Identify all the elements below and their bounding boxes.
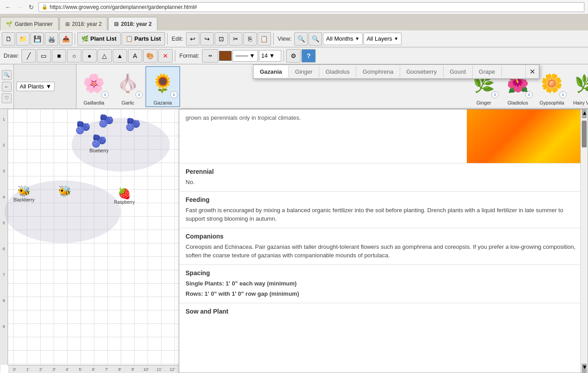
reload-button[interactable]: ↻ — [27, 3, 36, 12]
import-button[interactable]: 📤 — [59, 32, 72, 46]
ruler-x-0: 0' — [8, 367, 21, 372]
help-button[interactable]: ? — [301, 49, 316, 63]
gazania-tab-gladiolus[interactable]: Gladiolus — [319, 66, 356, 78]
gazania-close-button[interactable]: ✕ — [525, 65, 539, 78]
zoom-out-button[interactable]: 🔍 — [309, 32, 322, 46]
blueberry-emoji-3: 🫐 — [125, 117, 141, 132]
info-badge-gazania[interactable]: i — [170, 91, 178, 98]
raspberry-label: Raspberry — [114, 200, 135, 205]
spacing-rows: Rows: 1' 0" with 1' 0" row gap (minimum) — [186, 289, 581, 298]
draw-delete-button[interactable]: ✕ — [158, 49, 173, 63]
line-style-dropdown[interactable]: ─── ▼ — [233, 50, 258, 62]
draw-text-button[interactable]: A — [128, 49, 142, 63]
canvas-blackberry-1[interactable]: 🐝 Blackberry — [13, 185, 34, 202]
separator-3 — [273, 33, 274, 45]
select-button[interactable]: ⊡ — [215, 32, 228, 46]
print-button[interactable]: 🖨️ — [45, 32, 58, 46]
info-image — [467, 109, 588, 163]
format-size-button[interactable]: ⇔ — [202, 49, 218, 63]
plant-item-hairy-vetch[interactable]: 🌿 i Hairy Vetch — [569, 67, 588, 106]
all-months-label: All Months — [326, 35, 353, 42]
draw-paint-button[interactable]: 🎨 — [143, 49, 157, 63]
settings-button[interactable]: ⚙ — [286, 49, 300, 63]
redo-button[interactable]: ↪ — [200, 32, 214, 46]
draw-ellipse-button[interactable]: ○ — [67, 49, 81, 63]
gazania-tab-grape[interactable]: Grape — [473, 66, 502, 78]
filter-arrow: ▼ — [46, 83, 51, 90]
plant-filter-dropdown[interactable]: All Plants ▼ — [17, 82, 55, 91]
draw-rect-button[interactable]: ▭ — [37, 49, 51, 63]
plant-item-gazania[interactable]: 🌻 i Gazania — [145, 66, 180, 107]
canvas-raspberry[interactable]: 🍓 Raspberry — [114, 187, 135, 205]
new-button[interactable]: 🗋 — [2, 32, 15, 46]
ruler-x-9: 9' — [127, 367, 140, 372]
draw-solid-triangle-button[interactable]: ▲ — [113, 49, 127, 63]
info-badge-ginger[interactable]: i — [491, 91, 499, 98]
gazania-tab-gooseberry[interactable]: Gooseberry — [400, 66, 444, 78]
zoom-in-button[interactable]: 🔍 — [294, 32, 308, 46]
plant-item-garlic[interactable]: 🧄 i Garlic — [111, 67, 144, 106]
back-button[interactable]: ← — [4, 3, 13, 12]
parts-list-button[interactable]: 📋 Parts List — [122, 32, 165, 46]
tab-year2-second[interactable]: ⊟ 2018: year 2 — [108, 17, 157, 30]
open-button[interactable]: 📁 — [16, 32, 30, 46]
address-bar[interactable]: 🔒 https://www.growveg.com/gardenplanner/… — [38, 2, 584, 12]
undo-button[interactable]: ↩ — [186, 32, 199, 46]
all-months-dropdown[interactable]: All Months ▼ — [323, 33, 363, 45]
cut-button[interactable]: ✂ — [229, 32, 242, 46]
filter-button[interactable]: 🔍 — [2, 70, 12, 80]
info-scrollbar[interactable]: ▲ ▼ — [580, 109, 588, 373]
scrollbar-thumb[interactable] — [582, 121, 587, 147]
color-swatch[interactable] — [219, 51, 232, 61]
plant-img-gazania: 🌻 i — [147, 68, 178, 99]
gazania-tab-gomphrena[interactable]: Gomphrena — [356, 66, 400, 78]
fav-button[interactable]: ♡ — [2, 93, 12, 103]
info-badge-gaillardia[interactable]: i — [102, 91, 109, 98]
ruler-x-3: 3' — [47, 367, 60, 372]
plant-item-gypsophila[interactable]: 🌼 i Gypsophila — [535, 67, 568, 106]
plant-name-hairy-vetch: Hairy Vetch — [573, 100, 588, 105]
plant-name-gladiolus: Gladiolus — [508, 100, 528, 105]
draw-solid-ellipse-button[interactable]: ● — [82, 49, 97, 63]
gazania-tab-gazania[interactable]: Gazania — [254, 66, 289, 78]
blackberry-label: Blackberry — [13, 197, 34, 202]
ruler-y-8: 8 — [0, 298, 8, 303]
forward-button[interactable]: → — [15, 3, 24, 12]
gazania-tab-gourd[interactable]: Gourd — [444, 66, 473, 78]
info-badge-gladiolus[interactable]: i — [525, 91, 533, 98]
ruler-y-9: 9 — [0, 324, 8, 329]
garden-canvas[interactable]: 1 2 3 4 5 6 7 8 9 🫐 🫐 🫐 — [0, 109, 179, 373]
gazania-popup: Gazania Ginger Gladiolus Gomphrena Goose… — [253, 64, 539, 79]
plant-name-gaillardia: Gaillardia — [84, 100, 104, 105]
sow-plant-heading: Sow and Plant — [186, 308, 581, 315]
canvas-blueberry-1[interactable]: 🫐 — [75, 120, 91, 135]
size-dropdown[interactable]: 14 ▼ — [259, 50, 281, 62]
back-nav-button[interactable]: ← — [2, 82, 12, 92]
paste-button[interactable]: 📋 — [258, 32, 271, 46]
ruler-y-3: 3 — [0, 169, 8, 173]
copy-button[interactable]: ⎘ — [243, 32, 257, 46]
canvas-blueberry-3[interactable]: 🫐 — [125, 117, 141, 132]
save-button[interactable]: 💾 — [30, 32, 44, 46]
all-layers-dropdown[interactable]: All Layers ▼ — [364, 33, 402, 45]
info-section-perennial: Perennial No. — [179, 163, 588, 191]
info-badge-gypsophila[interactable]: i — [559, 91, 567, 98]
tab-icon-1: 🌱 — [6, 21, 13, 27]
perennial-content: No. — [186, 178, 581, 187]
info-badge-garlic[interactable]: i — [135, 91, 143, 98]
canvas-blackberry-2[interactable]: 🐝 — [58, 185, 72, 197]
draw-line-button[interactable]: ╱ — [21, 49, 36, 63]
gazania-tab-ginger[interactable]: Ginger — [289, 66, 319, 78]
scrollbar-down[interactable]: ▼ — [582, 364, 587, 373]
plant-item-gaillardia[interactable]: 🌸 i Gaillardia — [77, 67, 110, 106]
perennial-heading: Perennial — [186, 168, 581, 175]
scrollbar-up[interactable]: ▲ — [582, 109, 587, 118]
tab-garden-planner[interactable]: 🌱 Garden Planner — [0, 17, 59, 30]
spacing-single: Single Plants: 1' 0" each way (minimum) — [186, 279, 581, 288]
plant-list-button[interactable]: 🌿 Plant List — [77, 32, 121, 46]
draw-triangle-button[interactable]: △ — [97, 49, 112, 63]
draw-solid-rect-button[interactable]: ■ — [52, 49, 66, 63]
canvas-blueberry-4[interactable]: 🫐 Blueberry — [89, 134, 109, 153]
canvas-blueberry-2[interactable]: 🫐 — [98, 113, 114, 128]
tab-year2-first[interactable]: ⊞ 2018: year 2 — [59, 17, 108, 30]
